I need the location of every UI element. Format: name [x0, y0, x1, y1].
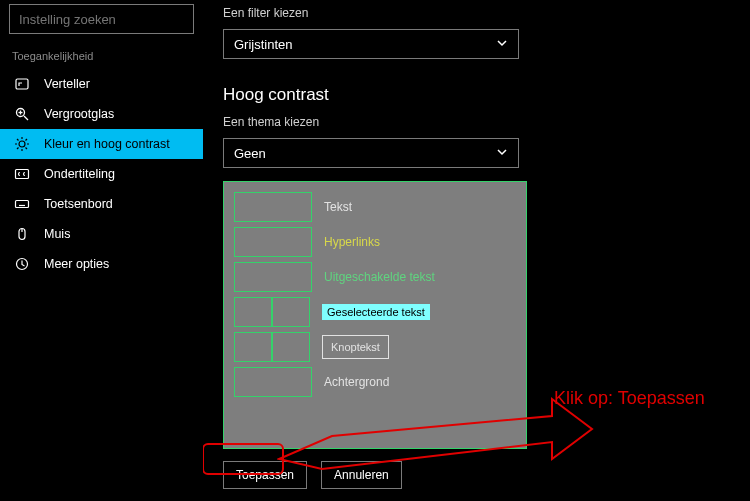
swatch-disabled[interactable] [234, 262, 312, 292]
svg-line-15 [26, 139, 28, 141]
svg-rect-2 [16, 79, 28, 89]
preview-label-hyperlinks: Hyperlinks [324, 235, 380, 249]
magnifier-icon [14, 106, 30, 122]
sidebar-item-mouse[interactable]: Muis [0, 219, 203, 249]
preview-label-disabled: Uitgeschakelde tekst [324, 270, 435, 284]
sidebar-item-narrator[interactable]: Verteller [0, 69, 203, 99]
annotation-text: Klik op: Toepassen [554, 388, 705, 409]
swatch-selected-fg[interactable] [234, 297, 272, 327]
sidebar-item-label: Vergrootglas [44, 107, 114, 121]
keyboard-icon [14, 196, 30, 212]
svg-line-4 [24, 116, 28, 120]
sidebar-item-magnifier[interactable]: Vergrootglas [0, 99, 203, 129]
search-box[interactable] [9, 4, 194, 34]
svg-line-14 [17, 148, 19, 150]
more-icon [14, 256, 30, 272]
sidebar-section-label: Toegankelijkheid [0, 43, 203, 69]
apply-button[interactable]: Toepassen [223, 461, 307, 489]
swatch-background[interactable] [234, 367, 312, 397]
cc-icon [14, 166, 30, 182]
sidebar-item-subtitles[interactable]: Ondertiteling [0, 159, 203, 189]
svg-point-7 [19, 141, 25, 147]
sidebar: Toegankelijkheid Verteller Vergrootglas … [0, 0, 203, 501]
main-content: Een filter kiezen Grijstinten Hoog contr… [203, 0, 750, 501]
search-input[interactable] [10, 12, 196, 27]
sidebar-item-label: Ondertiteling [44, 167, 115, 181]
filter-select[interactable]: Grijstinten [223, 29, 519, 59]
svg-line-13 [26, 148, 28, 150]
sidebar-item-keyboard[interactable]: Toetsenbord [0, 189, 203, 219]
svg-line-12 [17, 139, 19, 141]
chevron-down-icon [496, 37, 508, 52]
theme-value: Geen [234, 146, 266, 161]
sidebar-item-label: Muis [44, 227, 70, 241]
sidebar-item-label: Verteller [44, 77, 90, 91]
theme-select[interactable]: Geen [223, 138, 519, 168]
sidebar-item-label: Meer opties [44, 257, 109, 271]
preview-label-text: Tekst [324, 200, 352, 214]
cancel-button[interactable]: Annuleren [321, 461, 402, 489]
svg-rect-17 [16, 201, 29, 208]
swatch-text[interactable] [234, 192, 312, 222]
preview-label-selected: Geselecteerde tekst [322, 304, 430, 320]
theme-label: Een thema kiezen [223, 115, 730, 129]
narrator-icon [14, 76, 30, 92]
brightness-icon [14, 136, 30, 152]
sidebar-item-label: Kleur en hoog contrast [44, 137, 170, 151]
swatch-hyperlinks[interactable] [234, 227, 312, 257]
filter-value: Grijstinten [234, 37, 293, 52]
preview-label-background: Achtergrond [324, 375, 389, 389]
swatch-selected-bg[interactable] [272, 297, 310, 327]
theme-preview-panel: Tekst Hyperlinks Uitgeschakelde tekst Ge… [223, 181, 527, 449]
chevron-down-icon [496, 146, 508, 161]
swatch-button-bg[interactable] [272, 332, 310, 362]
high-contrast-heading: Hoog contrast [223, 85, 730, 105]
swatch-button-fg[interactable] [234, 332, 272, 362]
sidebar-item-label: Toetsenbord [44, 197, 113, 211]
sidebar-item-more[interactable]: Meer opties [0, 249, 203, 279]
preview-label-button: Knoptekst [322, 335, 389, 359]
svg-rect-16 [16, 170, 29, 179]
filter-label: Een filter kiezen [223, 6, 730, 20]
mouse-icon [14, 226, 30, 242]
sidebar-item-color-highcontrast[interactable]: Kleur en hoog contrast [0, 129, 203, 159]
